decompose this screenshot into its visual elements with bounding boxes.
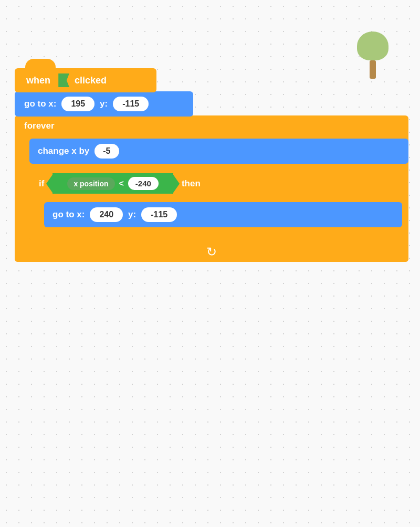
green-flag-icon (56, 73, 69, 87)
goto1-x-value[interactable]: 195 (61, 97, 94, 111)
clicked-label: clicked (75, 75, 107, 86)
if-inner-body: go to x: 240 y: -115 (29, 199, 402, 230)
hat-block-container[interactable]: when clicked (15, 68, 156, 92)
forever-inner: change x by -5 if (15, 136, 408, 242)
scratch-workspace: when clicked go to x: 195 y: -115 foreve… (0, 0, 420, 527)
then-label: then (182, 178, 201, 189)
goto-block-2[interactable]: go to x: 240 y: -115 (44, 202, 402, 227)
hex-left-arrow (46, 173, 54, 194)
goto1-label: go to x: (24, 99, 56, 109)
goto1-y-value[interactable]: -115 (113, 97, 149, 111)
change-x-block[interactable]: change x by -5 (29, 139, 408, 164)
goto1-y-label: y: (100, 99, 108, 109)
if-block[interactable]: if x position < -240 (29, 168, 402, 240)
goto2-y-label: y: (128, 209, 136, 220)
if-close (29, 230, 402, 240)
sensing-x-position[interactable]: x position (67, 177, 114, 190)
goto2-y-value[interactable]: -115 (141, 207, 177, 222)
hat-bump (25, 59, 56, 71)
condition-block[interactable]: x position < -240 (52, 173, 173, 194)
tree-top (357, 31, 388, 60)
goto2-x-value[interactable]: 240 (90, 207, 123, 222)
when-label: when (26, 75, 50, 86)
forever-close-arrow: ↻ (15, 242, 408, 262)
forever-label: forever (24, 121, 55, 131)
when-flag-block[interactable]: when clicked (15, 68, 156, 92)
main-block-stack: when clicked go to x: 195 y: -115 foreve… (15, 68, 408, 262)
hex-right-arrow (172, 173, 180, 194)
goto2-label: go to x: (52, 209, 85, 220)
change-x-label: change x by (38, 146, 89, 156)
if-label: if (39, 178, 44, 189)
forever-header: forever (15, 115, 408, 136)
if-header: if x position < -240 (29, 168, 402, 199)
operator-less-than: < (119, 179, 124, 188)
condition-value[interactable]: -240 (128, 177, 159, 190)
change-x-value[interactable]: -5 (94, 144, 119, 159)
forever-block[interactable]: forever change x by -5 if (15, 115, 408, 262)
forever-arrow-icon: ↻ (206, 245, 217, 259)
goto-block-1[interactable]: go to x: 195 y: -115 (15, 91, 193, 117)
